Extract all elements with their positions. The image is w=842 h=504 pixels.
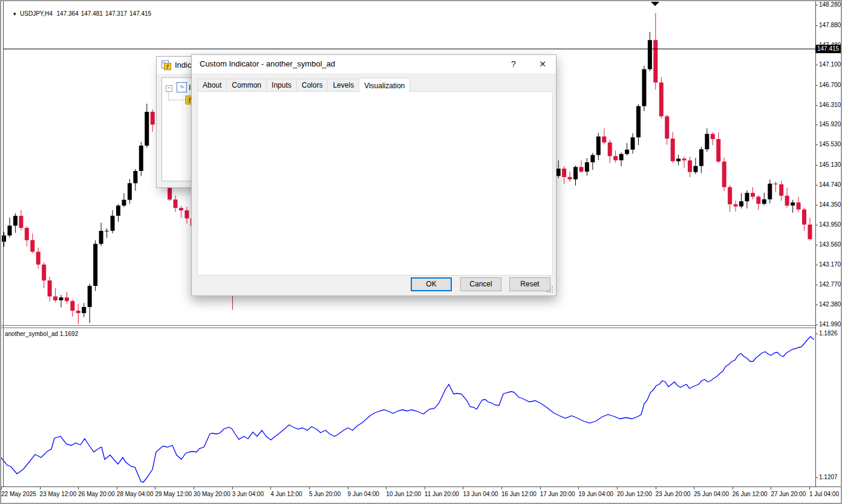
candle-body — [133, 171, 137, 183]
time-axis-label: 19 Jun 04:00 — [578, 491, 613, 497]
candle-body — [653, 40, 658, 82]
price-axis-tick — [815, 225, 818, 225]
candle-body — [585, 162, 589, 171]
tab-about[interactable]: About — [197, 79, 227, 92]
candle — [573, 166, 578, 186]
candle-body — [184, 210, 189, 218]
candle-body — [53, 297, 57, 300]
ohlc-close: 147.415 — [129, 10, 151, 17]
tab-levels[interactable]: Levels — [327, 79, 359, 92]
candle-body — [705, 134, 709, 149]
time-axis-label: 23 Jun 20:00 — [656, 491, 691, 497]
candle — [602, 128, 606, 144]
time-axis-label: 20 Jun 12:00 — [617, 491, 652, 497]
indicator-tree-icon: ∿ — [177, 82, 187, 92]
time-axis-label: 13 Jun 04:00 — [463, 491, 498, 497]
indicator-axis-tick — [815, 477, 818, 478]
price-axis-label: 146.310 — [819, 102, 841, 108]
tab-visualization[interactable]: Visualization — [359, 78, 410, 92]
dialog-titlebar[interactable]: Custom Indicator - another_symbol_ad ? ✕ — [192, 55, 556, 73]
metatrader-chart-window: ▼USDJPY,H4 147.364147.481147.317147.415 … — [0, 0, 842, 504]
time-axis-tick — [771, 487, 771, 489]
candle — [70, 300, 74, 317]
price-axis-tick — [815, 25, 818, 26]
candle-body — [613, 156, 618, 160]
candle-body — [602, 137, 606, 143]
candle-body — [562, 169, 566, 177]
candle-body — [739, 201, 743, 206]
symbol-label: USDJPY,H4 — [20, 10, 53, 17]
candle-body — [145, 112, 149, 146]
time-axis-tick — [656, 487, 656, 489]
candle-body — [682, 159, 687, 161]
pane-separator-bottom[interactable] — [0, 328, 815, 328]
price-axis-label: 146.700 — [819, 82, 841, 88]
candle-body — [105, 231, 109, 231]
candle-body — [116, 205, 120, 216]
candle — [25, 227, 29, 247]
price-axis-tick — [815, 325, 818, 325]
tab-common[interactable]: Common — [226, 79, 267, 92]
time-axis-label: 16 Jun 12:00 — [501, 491, 537, 497]
price-axis-tick — [815, 105, 818, 106]
tab-colors[interactable]: Colors — [296, 79, 328, 92]
time-axis-tick — [578, 487, 579, 489]
time-axis-label: 5 Jun 20:00 — [309, 491, 341, 497]
candle-body — [745, 193, 749, 201]
candle — [676, 155, 680, 166]
custom-indicator-dialog[interactable]: Custom Indicator - another_symbol_ad ? ✕… — [191, 54, 556, 296]
candle — [613, 150, 618, 163]
candle-body — [625, 150, 629, 154]
price-axis[interactable]: 148.280147.880147.480147.100146.700146.3… — [815, 0, 842, 486]
indicator-fx-glyph: ƒ — [164, 63, 171, 70]
time-axis-tick — [232, 487, 233, 489]
time-axis-tick — [78, 487, 79, 489]
candle — [93, 241, 97, 291]
candle — [133, 169, 137, 191]
time-axis-tick — [694, 487, 694, 489]
candle — [116, 204, 120, 222]
candle-body — [676, 159, 680, 161]
candle-body — [785, 196, 789, 205]
candle-body — [688, 160, 692, 172]
time-axis-label: 10 Jun 12:00 — [386, 491, 421, 497]
time-axis[interactable]: 22 May 202523 May 12:0026 May 20:0028 Ma… — [0, 487, 842, 504]
close-button[interactable]: ✕ — [533, 55, 552, 73]
price-axis-tick — [815, 144, 818, 145]
price-axis-tick — [815, 205, 818, 205]
tab-inputs[interactable]: Inputs — [266, 79, 297, 92]
time-axis-tick — [348, 487, 348, 489]
candle-body — [36, 252, 41, 265]
candle — [631, 134, 635, 154]
candle-body — [734, 204, 738, 206]
candle-body — [631, 137, 635, 149]
dialog-tabs: About Common Inputs Colors Levels Visual… — [197, 79, 410, 92]
symbol-dropdown-icon[interactable]: ▼ — [12, 11, 17, 17]
candle — [762, 193, 766, 205]
cancel-button[interactable]: Cancel — [460, 277, 501, 291]
candle-body — [768, 184, 772, 199]
time-axis-label: 3 Jun 04:00 — [232, 491, 264, 497]
time-axis-label: 26 May 20:00 — [78, 491, 115, 497]
candle-body — [756, 196, 760, 204]
candle — [36, 248, 41, 269]
price-axis-tick — [815, 245, 818, 245]
candle — [659, 77, 664, 118]
candle — [728, 185, 732, 212]
candle-body — [573, 167, 578, 179]
pane-separator-top[interactable] — [0, 325, 815, 326]
time-axis-label: 25 Jun 04:00 — [694, 491, 729, 497]
ohlc-open: 147.364 — [57, 10, 79, 17]
resize-grip[interactable] — [547, 286, 553, 293]
candle-body — [699, 149, 703, 166]
reset-button[interactable]: Reset — [509, 277, 550, 291]
candle — [105, 228, 109, 238]
price-axis-label: 148.280 — [819, 1, 841, 8]
price-axis-tick — [815, 305, 818, 305]
help-button[interactable]: ? — [504, 55, 523, 73]
candle-body — [579, 167, 583, 172]
candle-body — [791, 202, 795, 205]
candle-body — [722, 161, 726, 187]
ok-button[interactable]: OK — [411, 277, 452, 291]
candle-body — [111, 216, 115, 231]
